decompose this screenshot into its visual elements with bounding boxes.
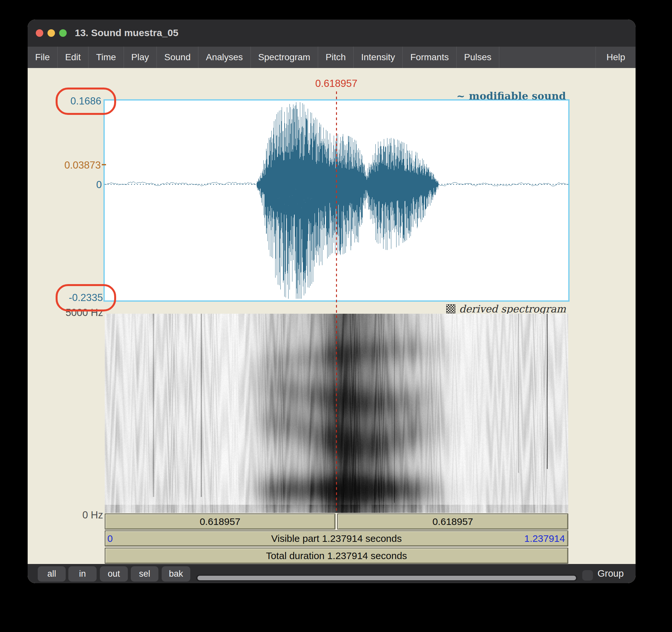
zoom-out-button[interactable]: out [100, 566, 128, 582]
group-label: Group [598, 564, 624, 583]
selection-left-value: 0.618957 [200, 516, 240, 527]
amplitude-cursor-label: 0.03873 [28, 160, 101, 171]
zoom-window-button[interactable] [59, 29, 67, 37]
group-checkbox[interactable] [582, 570, 593, 581]
window-end-value: 1.237914 [524, 531, 565, 546]
cursor-time-label: 0.618957 [288, 78, 385, 90]
menu-spacer [499, 47, 596, 68]
time-scrollbar[interactable] [196, 575, 577, 581]
zoom-in-button[interactable]: in [68, 566, 97, 582]
menu-file[interactable]: File [28, 47, 57, 68]
derived-spectrogram-tag: derived spectrogram [446, 303, 566, 315]
total-duration-label: Total duration 1.237914 seconds [266, 550, 407, 561]
amplitude-max-label: 0.1686 [71, 95, 101, 107]
time-scrollbar-thumb[interactable] [197, 576, 576, 580]
menu-intensity[interactable]: Intensity [354, 47, 403, 68]
menu-help[interactable]: Help [596, 47, 635, 68]
menu-bar: File Edit Time Play Sound Analyses Spect… [28, 46, 635, 68]
freq-min-label: 0 Hz [28, 509, 103, 521]
menu-time[interactable]: Time [89, 47, 124, 68]
zoom-selection-button[interactable]: sel [131, 566, 159, 582]
zoom-all-button[interactable]: all [38, 566, 66, 582]
amplitude-zero-label: 0 [28, 179, 102, 191]
footer-bar: all in out sel bak Group [28, 564, 635, 583]
window-title: 13. Sound muestra_05 [75, 20, 178, 46]
menu-play[interactable]: Play [124, 47, 157, 68]
annotation-circle-min: -0.2335 [56, 284, 116, 311]
menu-analyses[interactable]: Analyses [198, 47, 251, 68]
selection-left-bar[interactable]: 0.618957 [105, 514, 335, 530]
menu-sound[interactable]: Sound [157, 47, 198, 68]
derived-spectrogram-label: derived spectrogram [459, 303, 566, 315]
menu-spectrogram[interactable]: Spectrogram [251, 47, 318, 68]
total-duration-bar[interactable]: Total duration 1.237914 seconds [105, 548, 568, 564]
window-start-value: 0 [107, 531, 113, 546]
zoom-back-button[interactable]: bak [162, 566, 190, 582]
close-window-button[interactable] [36, 29, 43, 37]
sine-wave-icon: ~ [457, 90, 465, 102]
minimize-window-button[interactable] [47, 29, 55, 37]
modifiable-sound-tag: ~modifiable sound [457, 90, 566, 102]
editor-content: 0.618957 0.1686 0.03873 0 -0.2335 ~modif… [28, 68, 635, 564]
selection-right-value: 0.618957 [432, 516, 473, 527]
menu-pulses[interactable]: Pulses [457, 47, 499, 68]
cursor-line[interactable] [336, 91, 337, 513]
visible-part-label: Visible part 1.237914 seconds [271, 533, 402, 544]
visible-part-bar[interactable]: 0 Visible part 1.237914 seconds 1.237914 [105, 531, 568, 546]
selection-right-bar[interactable]: 0.618957 [337, 514, 568, 530]
menu-edit[interactable]: Edit [57, 47, 89, 68]
annotation-circle-max: 0.1686 [56, 88, 116, 115]
title-bar: 13. Sound muestra_05 [28, 20, 635, 46]
modifiable-sound-label: modifiable sound [469, 90, 566, 102]
praat-sound-editor-window: 13. Sound muestra_05 File Edit Time Play… [28, 20, 635, 583]
menu-formants[interactable]: Formants [403, 47, 456, 68]
amplitude-min-label: -0.2335 [69, 292, 103, 304]
menu-pitch[interactable]: Pitch [318, 47, 354, 68]
amplitude-cursor-tick [102, 164, 106, 165]
checkerboard-icon [446, 304, 455, 313]
